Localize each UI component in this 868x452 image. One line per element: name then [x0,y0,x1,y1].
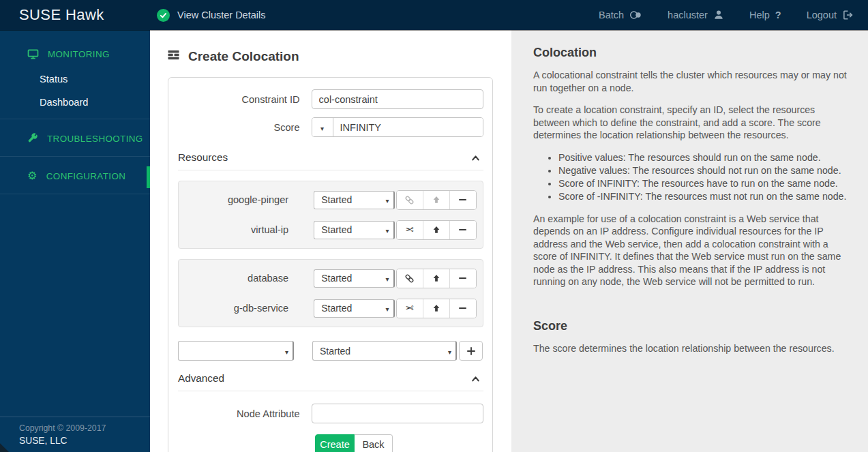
sidebar: MONITORING Status Dashboard TROUBLESHOOT… [0,30,150,452]
score-control [312,117,483,137]
caret-down-icon [285,346,288,357]
batch-label: Batch [599,10,624,20]
minus-icon [459,277,466,280]
wrench-icon [27,133,38,144]
resource-actions [396,220,477,240]
help-colocation-title: Colocation [533,46,849,60]
caret-down-icon [386,273,389,284]
resource-state-value: Started [321,303,381,314]
company-text: SUSE, LLC [19,436,150,446]
create-button[interactable]: Create [315,434,355,452]
advanced-section-header: Advanced [178,366,483,391]
minus-icon [459,229,466,231]
resource-state-select[interactable]: Started [314,191,394,209]
resource-name: database [179,273,314,284]
caret-down-icon [386,303,389,314]
new-resource-state-select[interactable]: Started [312,341,457,361]
help-panel: Colocation A colocational constraint tel… [511,30,868,452]
user-menu[interactable]: hacluster [668,10,724,20]
sidebar-item-troubleshooting[interactable]: TROUBLESHOOTING [0,124,150,151]
sidebar-item-status[interactable]: Status [0,67,150,91]
remove-resource-button[interactable] [449,191,476,209]
resource-state-value: Started [321,224,381,235]
sidebar-section-label: TROUBLESHOOTING [47,134,143,144]
resource-name: g-db-service [179,303,314,314]
monitor-icon [27,48,39,60]
unlink-resource-button[interactable] [397,299,423,318]
help-bullet-list: Positive values: The resources should ru… [533,151,849,202]
batch-button[interactable]: Batch [599,10,642,20]
resource-group: database Started g-db-service [178,259,483,327]
sidebar-item-monitoring[interactable]: MONITORING [0,40,150,67]
help-label: Help [749,10,770,20]
question-icon [775,10,781,20]
sidebar-item-configuration[interactable]: CONFIGURATION [0,162,150,189]
score-input[interactable] [333,118,483,136]
view-cluster-details-label: View Cluster Details [177,10,265,20]
page-title-text: Create Colocation [188,49,299,64]
constraint-id-input[interactable] [312,89,483,109]
resource-name: google-pinger [179,194,314,205]
resource-name: virtual-ip [179,224,314,235]
link-resource-button[interactable] [397,269,423,288]
resource-row-google-pinger: google-pinger Started [179,185,477,215]
score-label: Score [178,122,312,133]
help-bullet: Positive values: The resources should ru… [558,151,849,164]
help-paragraph: An example for use of a colocation const… [533,213,849,288]
remove-resource-button[interactable] [449,299,476,318]
resource-row-database: database Started [179,263,477,293]
new-resource-state-value: Started [320,346,444,357]
score-dropdown-button[interactable] [312,118,333,136]
help-menu[interactable]: Help [749,10,781,20]
app-brand[interactable]: SUSE Hawk [0,6,151,24]
colocation-form: Constraint ID Score Resources googl [168,77,493,452]
resource-state-select[interactable]: Started [314,299,394,318]
resource-state-select[interactable]: Started [314,221,394,239]
node-attribute-input[interactable] [312,404,483,423]
move-up-button[interactable] [423,269,449,288]
new-resource-select[interactable] [178,341,294,361]
add-resource-row: Started [178,341,483,361]
view-cluster-details[interactable]: View Cluster Details [151,9,265,22]
username-label: hacluster [668,10,708,20]
move-up-button [423,191,449,209]
remove-resource-button[interactable] [449,269,476,288]
main-content: Create Colocation Constraint ID Score Re… [150,30,511,452]
unlink-resource-button[interactable] [397,221,423,239]
copyright-text: Copyright © 2009-2017 [19,423,150,433]
chevron-up-icon[interactable] [470,374,481,383]
help-bullet: Score of INFINITY: The resources have to… [558,177,849,190]
sidebar-divider [0,119,150,119]
sidebar-section-label: MONITORING [48,49,110,59]
help-bullet: Score of -INFINITY: The resources must n… [558,190,849,202]
sidebar-section-label: CONFIGURATION [46,171,126,181]
help-paragraph: To create a location constraint, specify… [533,104,849,142]
node-attribute-label: Node Attribute [178,408,312,419]
sidebar-divider [0,156,150,157]
resource-row-virtual-ip: virtual-ip Started [179,215,477,245]
back-button[interactable]: Back [355,434,393,452]
resource-state-select[interactable]: Started [314,269,394,288]
caret-down-icon [386,194,389,205]
plus-icon [466,346,476,356]
move-up-button[interactable] [423,299,449,318]
page-title: Create Colocation [168,49,511,64]
resource-state-value: Started [321,273,381,284]
check-circle-icon [157,9,170,22]
logout-button[interactable]: Logout [807,10,853,20]
sidebar-item-dashboard[interactable]: Dashboard [0,91,150,114]
toggle-icon [629,10,642,20]
logout-label: Logout [807,10,837,20]
remove-resource-button[interactable] [449,221,476,239]
caret-down-icon [386,224,389,235]
move-up-button[interactable] [423,221,449,239]
help-score-text: The score determines the location relati… [533,342,849,355]
logout-icon [842,10,853,20]
chevron-up-icon[interactable] [470,153,481,162]
minus-icon [459,199,466,201]
caret-down-icon [448,346,451,357]
form-actions: Create Back [178,434,483,452]
add-resource-button[interactable] [459,341,483,361]
user-icon [713,10,724,20]
advanced-section-label: Advanced [178,372,224,385]
